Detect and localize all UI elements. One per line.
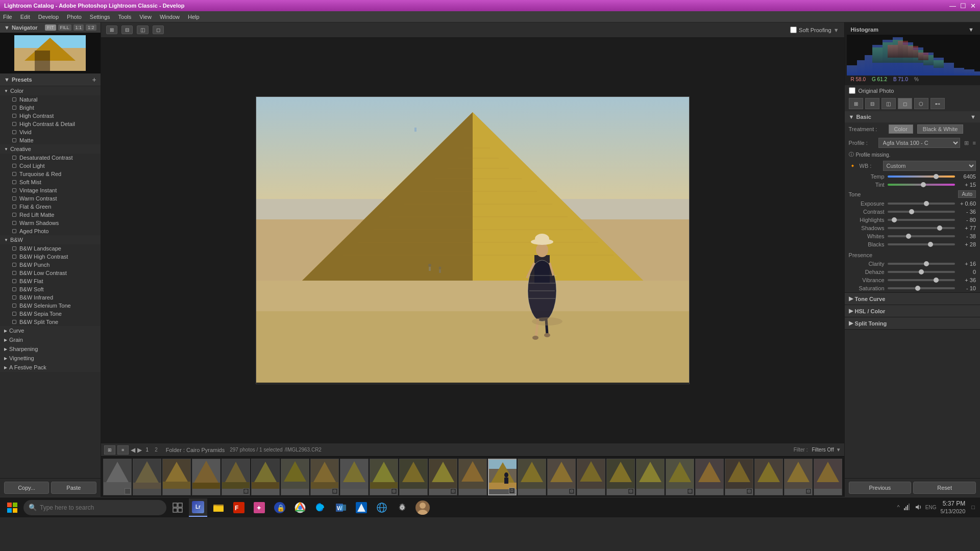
preset-item[interactable]: B&W Split Tone xyxy=(0,318,101,326)
ie-icon[interactable] xyxy=(373,498,391,517)
app-icon-10[interactable] xyxy=(352,498,371,517)
thumb-item[interactable]: ⊡ xyxy=(370,459,398,495)
chrome-icon[interactable] xyxy=(291,498,309,517)
previous-btn[interactable]: Previous xyxy=(849,482,912,494)
copy-btn[interactable]: Copy... xyxy=(4,482,49,494)
menu-develop[interactable]: Develop xyxy=(38,14,59,20)
preset-item[interactable]: Vintage Instant xyxy=(0,186,101,194)
preset-item[interactable]: B&W Selenium Tone xyxy=(0,302,101,310)
menu-help[interactable]: Help xyxy=(188,14,200,20)
thumb-item[interactable] xyxy=(458,459,487,495)
menu-view[interactable]: View xyxy=(139,14,152,20)
preset-item[interactable]: Flat & Green xyxy=(0,203,101,211)
temp-slider[interactable] xyxy=(888,176,955,178)
thumb-item[interactable] xyxy=(577,459,605,495)
profile-grid-btn[interactable]: ⊞ xyxy=(964,140,969,146)
thumb-item[interactable]: ⊡ xyxy=(547,459,576,495)
thumb-item[interactable]: ⊡ xyxy=(310,459,339,495)
preset-item[interactable]: Aged Photo xyxy=(0,227,101,235)
preset-item[interactable]: Red Lift Matte xyxy=(0,211,101,219)
filezilla-icon[interactable]: F xyxy=(230,498,248,517)
split-toning-header[interactable]: ▶ Split Toning xyxy=(845,317,980,329)
menu-file[interactable]: File xyxy=(3,14,12,20)
tray-expand[interactable]: ^ xyxy=(897,504,900,510)
vibrance-thumb[interactable] xyxy=(934,278,939,283)
preset-item[interactable]: High Contrast & Detail xyxy=(0,120,101,128)
file-explorer-icon[interactable] xyxy=(209,498,228,517)
saturation-thumb[interactable] xyxy=(915,286,920,291)
ratio-btn[interactable]: 1:2 xyxy=(86,24,96,31)
group-curve[interactable]: ▶ Curve xyxy=(0,326,101,335)
preset-item[interactable]: B&W High Contrast xyxy=(0,253,101,261)
thumb-item[interactable] xyxy=(251,459,280,495)
thumb-item[interactable] xyxy=(399,459,428,495)
1to1-btn[interactable]: 1:1 xyxy=(74,24,84,31)
tint-slider[interactable] xyxy=(888,184,955,186)
basic-expand[interactable]: ▼ xyxy=(970,114,976,120)
soft-proof-checkbox[interactable] xyxy=(790,27,797,33)
wb-select[interactable]: Custom xyxy=(883,161,976,171)
preset-item[interactable]: Vivid xyxy=(0,128,101,136)
preset-item[interactable]: B&W Punch xyxy=(0,261,101,269)
bw-btn[interactable]: Black & White xyxy=(917,124,963,134)
preset-item[interactable]: Desaturated Contrast xyxy=(0,154,101,162)
preset-item[interactable]: B&W Flat xyxy=(0,277,101,285)
eyedropper-icon[interactable]: 🔸 xyxy=(849,162,856,169)
page-2-btn[interactable]: 2 xyxy=(155,447,158,453)
thumb-item-selected[interactable]: ⊡ xyxy=(488,459,517,495)
view-compare[interactable]: ◫ xyxy=(137,26,149,34)
close-btn[interactable]: ✕ xyxy=(970,2,976,10)
menu-window[interactable]: Window xyxy=(160,14,180,20)
preset-item[interactable]: Bright xyxy=(0,104,101,112)
paste-btn[interactable]: Paste xyxy=(51,482,96,494)
thumb-item[interactable] xyxy=(133,459,161,495)
preset-item[interactable]: B&W Low Contrast xyxy=(0,269,101,277)
thumb-item[interactable]: ⊡ xyxy=(222,459,250,495)
contrast-slider[interactable] xyxy=(888,211,955,213)
highlights-thumb[interactable] xyxy=(892,217,897,222)
thumb-item[interactable] xyxy=(162,459,191,495)
histogram-expand[interactable]: ▼ xyxy=(968,27,974,33)
dehaze-thumb[interactable] xyxy=(919,269,924,274)
grid-view-btn[interactable]: ⊞ xyxy=(104,445,115,455)
preset-item[interactable]: B&W Infrared xyxy=(0,293,101,302)
orig-photo-checkbox[interactable] xyxy=(849,87,855,94)
thumb-item[interactable]: ⊡ xyxy=(784,459,813,495)
view-mode-2[interactable]: ⊟ xyxy=(865,98,879,109)
saturation-slider[interactable] xyxy=(888,287,955,289)
notification-btn[interactable]: □ xyxy=(969,504,977,510)
thumb-item[interactable]: ⊡ xyxy=(666,459,694,495)
reset-btn[interactable]: Reset xyxy=(913,482,976,494)
lightroom-taskbar-icon[interactable]: Lr xyxy=(189,498,207,517)
fit-btn[interactable]: FIT xyxy=(45,24,56,31)
group-vignetting[interactable]: ▶ Vignetting xyxy=(0,354,101,363)
group-creative[interactable]: ▼ Creative xyxy=(0,144,101,154)
user-icon[interactable] xyxy=(413,498,432,517)
preset-item[interactable]: Warm Contrast xyxy=(0,194,101,203)
menu-tools[interactable]: Tools xyxy=(118,14,132,20)
group-bw[interactable]: ▼ B&W xyxy=(0,235,101,244)
menu-edit[interactable]: Edit xyxy=(20,14,30,20)
view-mode-6[interactable]: ⊷ xyxy=(930,98,945,109)
profile-select[interactable]: Agfa Vista 100 - C xyxy=(878,138,960,148)
tone-curve-header[interactable]: ▶ Tone Curve xyxy=(845,293,980,305)
temp-thumb[interactable] xyxy=(934,174,939,179)
taskbar-search[interactable] xyxy=(23,500,166,515)
preset-item[interactable]: B&W Sepia Tone xyxy=(0,310,101,318)
preset-item[interactable]: Soft Mist xyxy=(0,178,101,186)
edge-icon[interactable] xyxy=(311,498,330,517)
thumb-item[interactable]: ⊡ xyxy=(725,459,753,495)
profile-detail-btn[interactable]: ≡ xyxy=(973,140,976,146)
highlights-slider[interactable] xyxy=(888,219,955,221)
group-color[interactable]: ▼ Color xyxy=(0,86,101,95)
thumb-item[interactable] xyxy=(192,459,220,495)
page-1-btn[interactable]: 1 xyxy=(146,447,149,453)
thumb-item[interactable] xyxy=(281,459,309,495)
preset-item[interactable]: High Contrast xyxy=(0,112,101,120)
next-photo-arrow[interactable]: ▶ xyxy=(137,446,142,454)
thumb-item[interactable] xyxy=(518,459,546,495)
basic-header[interactable]: ▼ Basic ▼ xyxy=(845,111,980,122)
thumb-item[interactable] xyxy=(103,459,132,495)
clarity-slider[interactable] xyxy=(888,263,955,265)
clarity-thumb[interactable] xyxy=(924,261,929,266)
